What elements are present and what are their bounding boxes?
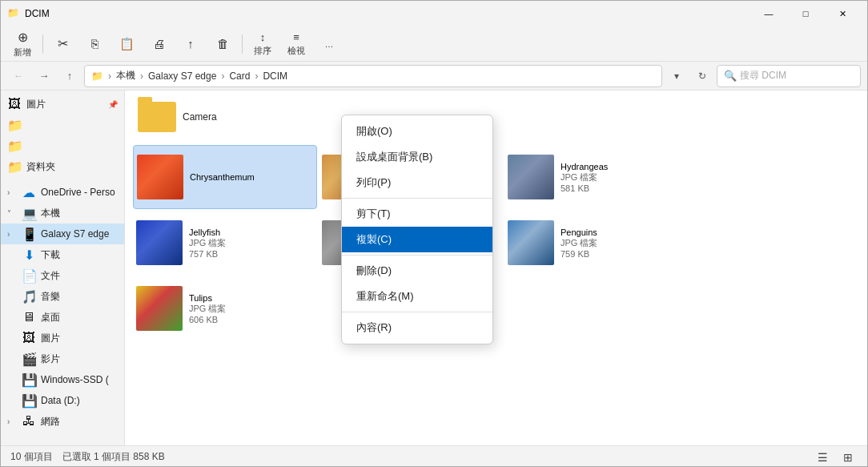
jellyfish-size: 757 KB <box>189 249 314 259</box>
copy-button[interactable]: ⎘ <box>80 30 109 58</box>
print-button[interactable]: 🖨 <box>144 30 173 58</box>
refresh-button[interactable]: ↻ <box>691 65 713 87</box>
breadcrumb-card[interactable]: Card <box>229 70 250 82</box>
grid-view-button[interactable]: ⊞ <box>838 448 858 467</box>
hydrangeas-type: JPG 檔案 <box>561 171 685 183</box>
file-hydrangeas[interactable]: Hydrangeas JPG 檔案 581 KB <box>504 145 689 209</box>
sidebar-item-data-d[interactable]: 💾 Data (D:) <box>1 390 124 411</box>
sort-icon: ↕ <box>260 31 266 43</box>
sidebar-item-thispc[interactable]: ˅ 💻 本機 <box>1 203 124 223</box>
tulips-name: Tulips <box>189 293 314 303</box>
dropdown-button[interactable]: ▾ <box>665 65 688 87</box>
maximize-button[interactable]: □ <box>787 1 824 26</box>
sidebar-item-documents[interactable]: 📄 文件 <box>1 265 124 286</box>
context-rename[interactable]: 重新命名(M) <box>342 284 492 309</box>
share-button[interactable]: ↑ <box>176 30 205 58</box>
search-placeholder: 搜尋 DCIM <box>740 69 786 83</box>
tulips-type: JPG 檔案 <box>189 303 314 315</box>
cut-icon: ✂ <box>58 36 68 51</box>
forward-button[interactable]: → <box>33 65 55 87</box>
sidebar-item-windows-ssd[interactable]: 💾 Windows-SSD ( <box>1 369 124 390</box>
status-bar: 10 個項目 已選取 1 個項目 858 KB ☰ ⊞ <box>1 445 867 467</box>
toolbar-divider-1 <box>42 34 43 54</box>
search-box[interactable]: 🔍 搜尋 DCIM <box>717 65 861 87</box>
camera-folder-label: Camera <box>183 111 217 123</box>
context-print[interactable]: 列印(P) <box>342 170 492 195</box>
sidebar-item-network[interactable]: › 🖧 網路 <box>1 411 124 432</box>
paste-button[interactable]: 📋 <box>112 30 141 58</box>
hydrangeas-info: Hydrangeas JPG 檔案 581 KB <box>561 162 685 193</box>
item-count: 10 個項目 <box>10 450 53 464</box>
sidebar-item-pictures[interactable]: 🖼 圖片 📌 <box>1 94 124 115</box>
breadcrumb-dcim[interactable]: DCIM <box>263 70 287 82</box>
paste-icon: 📋 <box>119 37 135 51</box>
file-jellyfish[interactable]: Jellyfish JPG 檔案 757 KB <box>133 211 317 275</box>
context-properties[interactable]: 內容(R) <box>342 315 492 340</box>
copy-icon: ⎘ <box>91 37 98 50</box>
context-menu: 開啟(O) 設成桌面背景(B) 列印(P) 剪下(T) 複製(C) 刪除(D) … <box>341 115 493 344</box>
sidebar-item-folder2[interactable]: 📁 <box>1 135 124 156</box>
cut-button[interactable]: ✂ <box>48 30 77 58</box>
toolbar: ⊕ 新增 ✂ ⎘ 📋 🖨 ↑ 🗑 ↕ 排序 ≡ 檢視 … <box>1 26 867 62</box>
breadcrumb-galaxy[interactable]: Galaxy S7 edge <box>148 70 216 82</box>
sidebar-item-datafolder[interactable]: 📁 資料夾 <box>1 156 124 177</box>
context-cut[interactable]: 剪下(T) <box>342 201 492 227</box>
print-icon: 🖨 <box>153 37 165 50</box>
delete-button[interactable]: 🗑 <box>208 30 237 58</box>
view-icon: ≡ <box>293 31 299 43</box>
window-title: DCIM <box>25 8 750 19</box>
folder-camera[interactable]: Camera <box>133 99 237 135</box>
sidebar-item-images[interactable]: 🖼 圖片 <box>1 328 124 348</box>
new-button[interactable]: ⊕ 新增 <box>7 30 38 58</box>
hydrangeas-size: 581 KB <box>561 183 685 193</box>
up-button[interactable]: ↑ <box>58 65 81 87</box>
tulips-thumb <box>136 286 183 331</box>
list-view-button[interactable]: ☰ <box>813 448 832 467</box>
context-set-background[interactable]: 設成桌面背景(B) <box>342 144 492 170</box>
penguins-thumb <box>508 220 554 265</box>
jellyfish-name: Jellyfish <box>189 227 314 237</box>
context-copy[interactable]: 複製(C) <box>342 227 492 252</box>
onedrive-expand: › <box>7 188 17 197</box>
sort-button[interactable]: ↕ 排序 <box>247 30 278 58</box>
sidebar-item-downloads[interactable]: ⬇ 下載 <box>1 244 124 265</box>
sidebar-item-music[interactable]: 🎵 音樂 <box>1 286 124 307</box>
file-tulips[interactable]: Tulips JPG 檔案 606 KB <box>133 276 317 340</box>
minimize-button[interactable]: — <box>750 1 787 26</box>
sidebar-item-desktop[interactable]: 🖥 桌面 <box>1 307 124 328</box>
more-button[interactable]: … <box>315 30 344 58</box>
datafolder-icon: 📁 <box>7 159 22 175</box>
penguins-size: 759 KB <box>561 249 685 259</box>
sidebar-item-videos[interactable]: 🎬 影片 <box>1 348 124 369</box>
file-penguins[interactable]: Penguins JPG 檔案 759 KB <box>504 211 689 275</box>
view-button[interactable]: ≡ 檢視 <box>281 30 311 58</box>
breadcrumb-thispc[interactable]: 本機 <box>116 69 135 83</box>
toolbar-divider-2 <box>242 34 243 54</box>
tulips-size: 606 KB <box>189 315 314 324</box>
context-open[interactable]: 開啟(O) <box>342 119 492 144</box>
breadcrumb-folder-icon: 📁 <box>91 70 103 82</box>
breadcrumb-sep-1: › <box>140 70 143 82</box>
context-divider-2 <box>342 255 492 256</box>
jellyfish-type: JPG 檔案 <box>189 237 314 249</box>
file-chrysanthemum[interactable]: Chrysanthemum <box>133 145 317 209</box>
folder1-icon: 📁 <box>7 118 22 133</box>
sidebar-item-galaxy[interactable]: › 📱 Galaxy S7 edge <box>1 223 124 244</box>
main-layout: 🖼 圖片 📌 📁 📁 📁 資料夾 › ☁ OneDrive - Perso ˅ … <box>1 91 867 445</box>
penguins-type: JPG 檔案 <box>561 237 685 249</box>
chrysanthemum-name: Chrysanthemum <box>190 172 313 182</box>
sidebar-item-folder1[interactable]: 📁 <box>1 115 124 135</box>
documents-icon: 📄 <box>22 268 36 284</box>
thispc-expand: ˅ <box>7 209 17 218</box>
videos-icon: 🎬 <box>22 352 36 367</box>
jellyfish-info: Jellyfish JPG 檔案 757 KB <box>189 227 314 259</box>
pin-icon: 📌 <box>108 100 118 109</box>
back-button[interactable]: ← <box>7 65 30 87</box>
context-delete[interactable]: 刪除(D) <box>342 258 492 284</box>
hydrangeas-name: Hydrangeas <box>561 162 685 171</box>
sidebar-item-onedrive[interactable]: › ☁ OneDrive - Perso <box>1 182 124 203</box>
close-button[interactable]: ✕ <box>824 1 861 26</box>
chrysanthemum-thumb <box>137 155 183 199</box>
delete-icon: 🗑 <box>217 37 229 50</box>
address-bar[interactable]: 📁 › 本機 › Galaxy S7 edge › Card › DCIM <box>84 65 662 87</box>
